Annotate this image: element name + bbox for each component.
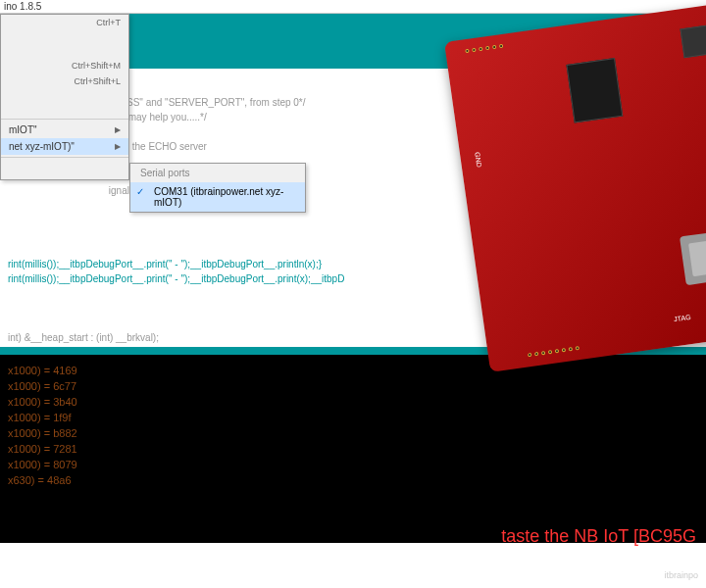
sim-slot (680, 227, 706, 285)
menu-separator (1, 157, 128, 158)
usb-connector (680, 24, 706, 58)
menu-item-autoformat[interactable]: Ctrl+T (1, 15, 128, 30)
serial-console[interactable]: x1000) = 4169 x1000) = 6c77 x1000) = 3b4… (0, 347, 706, 543)
tools-menu: Ctrl+T Ctrl+Shift+M Ctrl+Shift+L mIOT"▶ … (0, 14, 129, 180)
check-icon: ✓ (136, 186, 144, 197)
port-submenu: Serial ports ✓ COM31 (itbrainpower.net x… (129, 163, 306, 213)
console-line: x1000) = 3b40 (8, 394, 698, 410)
menu-item-board[interactable]: mIOT"▶ (1, 122, 128, 138)
menu-item-port[interactable]: net xyz-mIOT)"▶ (1, 138, 128, 155)
code-line: rint(millis());__itbpDebugPort__.print("… (8, 259, 322, 270)
shortcut-label: Ctrl+T (96, 18, 121, 27)
gpio-header (465, 44, 503, 53)
console-line: x630) = 48a6 (8, 472, 698, 488)
tagline-text: taste the NB IoT [BC95G (501, 526, 696, 547)
console-line: x1000) = b882 (8, 425, 698, 441)
console-line: x1000) = 7281 (8, 441, 698, 457)
console-line: x1000) = 8079 (8, 457, 698, 472)
menu-separator (1, 119, 128, 120)
menu-label: net xyz-mIOT)" (9, 141, 75, 152)
code-line: ignaling] (8, 185, 145, 196)
console-line: x1000) = 1f9f (8, 410, 698, 425)
console-line: x1000) = 4169 (8, 363, 698, 378)
shortcut-label: Ctrl+Shift+M (72, 61, 121, 71)
menu-label: mIOT" (9, 124, 37, 135)
code-line: int) &__heap_start : (int) __brkval); (8, 332, 159, 343)
board-text: JTAG (674, 314, 691, 322)
window-titlebar: ino 1.8.5 (0, 0, 706, 14)
gpio-header (528, 346, 580, 357)
chevron-right-icon: ▶ (115, 142, 121, 151)
chevron-right-icon: ▶ (115, 125, 121, 134)
port-label: COM31 (itbrainpower.net xyz-mIOT) (154, 186, 283, 208)
shortcut-label: Ctrl+Shift+L (74, 76, 121, 86)
branding-text: itbrainpo (664, 570, 698, 580)
menu-item-serial-plotter[interactable]: Ctrl+Shift+L (1, 74, 128, 89)
board-image: GND JTAG (444, 0, 706, 372)
board-text: GND (474, 152, 482, 168)
code-line: rint(millis());__itbpDebugPort__.print("… (8, 273, 344, 284)
menu-item-serial-monitor[interactable]: Ctrl+Shift+M (1, 58, 128, 74)
submenu-header: Serial ports (130, 164, 305, 182)
port-option-com31[interactable]: ✓ COM31 (itbrainpower.net xyz-mIOT) (130, 182, 305, 212)
console-line: x1000) = 6c77 (8, 378, 698, 394)
mcu-chip (566, 58, 623, 122)
